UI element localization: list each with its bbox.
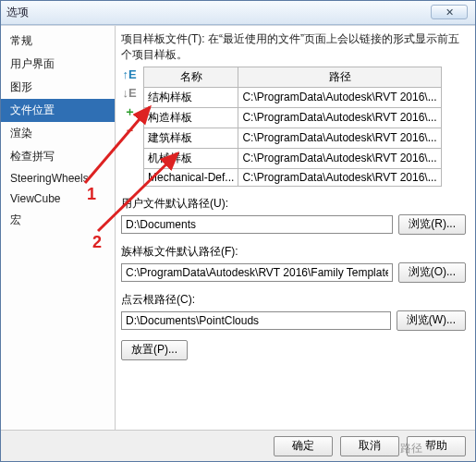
ok-button[interactable]: 确定 <box>274 436 333 456</box>
main-panel: 项目样板文件(T): 在“最近使用的文件”页面上会以链接的形式显示前五个项目样板… <box>116 26 475 430</box>
pointcloud-browse-button[interactable]: 浏览(W)... <box>397 310 466 331</box>
move-down-button[interactable]: ↓E <box>122 87 137 102</box>
template-table[interactable]: 名称 路径 结构样板 C:\ProgramData\Autodesk\RVT 2… <box>143 67 442 187</box>
cell-path[interactable]: C:\ProgramData\Autodesk\RVT 2016\... <box>238 128 441 148</box>
col-header-path[interactable]: 路径 <box>238 67 441 87</box>
dialog-body: 常规 用户界面 图形 文件位置 渲染 检查拼写 SteeringWheels V… <box>1 25 475 430</box>
table-row[interactable]: 机械样板 C:\ProgramData\Autodesk\RVT 2016\..… <box>144 148 442 168</box>
cell-name[interactable]: 建筑样板 <box>144 128 238 148</box>
family-label: 族样板文件默认路径(F): <box>121 244 466 260</box>
table-row[interactable]: 建筑样板 C:\ProgramData\Autodesk\RVT 2016\..… <box>144 128 442 148</box>
template-desc: 项目样板文件(T): 在“最近使用的文件”页面上会以链接的形式显示前五个项目样板… <box>121 31 466 63</box>
family-input[interactable] <box>121 263 393 282</box>
sidebar-item-spellcheck[interactable]: 检查拼写 <box>1 145 115 168</box>
watermark: 路径 <box>400 441 422 456</box>
sidebar-item-steeringwheels[interactable]: SteeringWheels <box>1 168 115 188</box>
cell-name[interactable]: 结构样板 <box>144 87 238 107</box>
close-button[interactable]: ✕ <box>431 5 468 19</box>
cancel-button[interactable]: 取消 <box>340 436 399 456</box>
add-row-button[interactable]: ＋ <box>122 105 137 120</box>
move-up-button[interactable]: ↑E <box>122 68 137 83</box>
cell-name[interactable]: 机械样板 <box>144 148 238 168</box>
window-title: 选项 <box>6 5 29 20</box>
userfiles-field: 用户文件默认路径(U): 浏览(R)... <box>121 196 466 235</box>
places-button[interactable]: 放置(P)... <box>121 340 188 360</box>
cell-path[interactable]: C:\ProgramData\Autodesk\RVT 2016\... <box>238 148 441 168</box>
titlebar: 选项 ✕ <box>1 1 475 25</box>
cell-name[interactable]: 构造样板 <box>144 107 238 128</box>
pointcloud-field: 点云根路径(C): 浏览(W)... <box>121 292 466 331</box>
sidebar-item-ui[interactable]: 用户界面 <box>1 53 115 76</box>
sidebar-item-file-locations[interactable]: 文件位置 <box>1 99 115 122</box>
remove-row-button[interactable]: － <box>122 124 137 139</box>
template-table-area: ↑E ↓E ＋ － 名称 路径 结构样板 C:\ <box>121 67 466 187</box>
userfiles-label: 用户文件默认路径(U): <box>121 196 466 212</box>
col-header-name[interactable]: 名称 <box>144 67 238 87</box>
cell-path[interactable]: C:\ProgramData\Autodesk\RVT 2016\... <box>238 107 441 128</box>
family-field: 族样板文件默认路径(F): 浏览(O)... <box>121 244 466 283</box>
pointcloud-input[interactable] <box>121 311 391 330</box>
table-row[interactable]: 构造样板 C:\ProgramData\Autodesk\RVT 2016\..… <box>144 107 442 128</box>
sidebar-item-render[interactable]: 渲染 <box>1 122 115 145</box>
sidebar-item-general[interactable]: 常规 <box>1 30 115 53</box>
table-tool-column: ↑E ↓E ＋ － <box>121 67 138 187</box>
table-row[interactable]: Mechanical-Def... C:\ProgramData\Autodes… <box>144 168 442 186</box>
sidebar-item-graphics[interactable]: 图形 <box>1 76 115 99</box>
cell-path[interactable]: C:\ProgramData\Autodesk\RVT 2016\... <box>238 168 441 186</box>
userfiles-browse-button[interactable]: 浏览(R)... <box>398 214 466 235</box>
table-row[interactable]: 结构样板 C:\ProgramData\Autodesk\RVT 2016\..… <box>144 87 442 107</box>
cell-name[interactable]: Mechanical-Def... <box>144 168 238 186</box>
sidebar-item-macros[interactable]: 宏 <box>1 209 115 232</box>
options-dialog: 选项 ✕ 常规 用户界面 图形 文件位置 渲染 检查拼写 SteeringWhe… <box>0 0 476 462</box>
pointcloud-label: 点云根路径(C): <box>121 292 466 308</box>
sidebar: 常规 用户界面 图形 文件位置 渲染 检查拼写 SteeringWheels V… <box>1 26 116 430</box>
userfiles-input[interactable] <box>121 215 393 234</box>
sidebar-item-viewcube[interactable]: ViewCube <box>1 188 115 209</box>
cell-path[interactable]: C:\ProgramData\Autodesk\RVT 2016\... <box>238 87 441 107</box>
family-browse-button[interactable]: 浏览(O)... <box>398 262 466 283</box>
